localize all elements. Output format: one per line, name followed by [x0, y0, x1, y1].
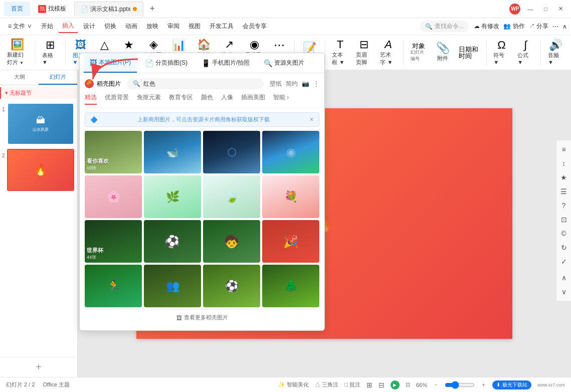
menu-start[interactable]: 开始 — [37, 20, 57, 33]
filter-illustration[interactable]: 插画美图 — [241, 93, 265, 105]
simple-label[interactable]: 简约 — [286, 80, 298, 88]
toolbar-attachment[interactable]: 📎 附件 — [432, 41, 454, 64]
toolbar-table[interactable]: ⊞ 表格 ▼ — [39, 38, 61, 67]
tab-slides[interactable]: 幻灯片 — [39, 70, 77, 85]
menu-collapse[interactable]: ∧ — [562, 23, 567, 30]
img-cell-2-2[interactable]: 🌿 — [144, 175, 201, 218]
toolbar-header-footer[interactable]: ⊟ 页眉页脚 — [353, 37, 375, 68]
tab-file[interactable]: 📄 演示文稿1.pptx — [74, 2, 143, 17]
tab-add[interactable]: + — [145, 2, 159, 16]
menu-file[interactable]: ≡ 文件 ∨ — [4, 20, 36, 33]
toolbar-object[interactable]: 对象 幻灯片编号 — [408, 41, 430, 64]
stablecao-search-input[interactable] — [143, 80, 258, 87]
toolbar-textbox[interactable]: T 文本框 ▼ — [329, 37, 351, 68]
smart-beautify-btn[interactable]: ✨ 智能美化 — [278, 381, 309, 388]
img-cell-3-1[interactable]: 世界杯 44张 — [85, 220, 142, 263]
img-thumb-run: 🏃 — [85, 265, 142, 307]
menu-cloud[interactable]: ☁ 有修改 — [474, 22, 499, 31]
img-cell-2-4[interactable]: 💐 — [262, 175, 319, 218]
command-search[interactable]: 🔍 查找命令... — [420, 21, 469, 32]
view-grid-btn[interactable]: ⊟ — [378, 381, 385, 389]
menu-insert[interactable]: 插入 — [58, 20, 78, 33]
close-button[interactable]: ✕ — [554, 5, 567, 13]
wallpaper-label[interactable]: 壁纸 — [270, 80, 282, 88]
toolbar-art-text[interactable]: A 艺术字 ▼ — [377, 37, 399, 68]
menu-collaborate[interactable]: 👥 协作 — [503, 22, 524, 31]
menu-slideshow[interactable]: 放映 — [142, 20, 162, 33]
notes-btn[interactable]: △ 三角注 — [315, 381, 338, 388]
slide-item-1[interactable]: 🏔 山水风景 — [7, 103, 74, 145]
comments-btn[interactable]: □ 批注 — [344, 381, 360, 388]
tab-local-image[interactable]: 🖼 本地图片(P) — [84, 53, 137, 73]
filter-ai[interactable]: 智能 › — [273, 93, 289, 105]
img-cell-4-1[interactable]: 🏃 — [85, 265, 142, 307]
img-cell-2-3[interactable]: 🍃 — [203, 175, 260, 218]
tab-home[interactable]: 首页 — [4, 2, 30, 16]
img-thumb-garden: 🌲 — [262, 265, 319, 307]
menu-review[interactable]: 审阅 — [163, 20, 183, 33]
filter-cutout[interactable]: 免抠元素 — [137, 93, 161, 105]
right-tool-5[interactable]: ? — [558, 200, 570, 212]
menu-transition[interactable]: 切换 — [100, 20, 120, 33]
minimize-button[interactable]: — — [523, 5, 537, 13]
view-fit-btn[interactable]: ⊡ — [406, 381, 410, 388]
toolbar-symbol[interactable]: Ω 符号 ▼ — [490, 38, 512, 67]
menu-animation[interactable]: 动画 — [121, 20, 141, 33]
menu-share[interactable]: ↗ 分享 — [529, 22, 548, 31]
menu-design[interactable]: 设计 — [79, 20, 99, 33]
menu-developer[interactable]: 开发工具 — [206, 20, 238, 33]
img-cell-4-4[interactable]: 🌲 — [262, 265, 319, 307]
tab-mobile-image[interactable]: 📱 手机图片/拍照 — [196, 53, 256, 73]
right-tool-bottom2[interactable]: ∨ — [558, 286, 570, 298]
menu-more-options[interactable]: ⋯ — [552, 23, 558, 30]
stablecao-logo-text: 稻壳图片 — [97, 80, 121, 88]
slide-item-2[interactable]: 🔥 — [7, 149, 74, 191]
toolbar-formula[interactable]: ∫ 公式 ▼ — [514, 38, 536, 67]
img-cell-3-3[interactable]: 🧒 — [203, 220, 260, 263]
zoom-in-btn[interactable]: ＋ — [481, 381, 486, 388]
toolbar-datetime[interactable]: 日期和时间 — [456, 44, 482, 61]
maximize-button[interactable]: □ — [540, 5, 551, 13]
view-more-button[interactable]: 🖼 查看更多稻壳图片 — [85, 309, 319, 325]
img-cell-4-3[interactable]: ⚽ — [203, 265, 260, 307]
more-options-icon[interactable]: ⋮ — [313, 80, 319, 87]
right-tool-8[interactable]: ↻ — [558, 242, 570, 254]
toolbar-audio[interactable]: 🔊 音频 ▼ — [545, 38, 567, 67]
add-slide-button[interactable]: + — [0, 357, 77, 377]
right-tool-bottom[interactable]: ∧ — [558, 272, 570, 284]
img-cell-1-3[interactable]: ⬡ — [203, 131, 260, 173]
tab-resource-image[interactable]: 🔍 资源夹图片 — [258, 53, 310, 73]
view-normal-btn[interactable]: ⊞ — [366, 381, 372, 389]
tab-template[interactable]: 找 找模板 — [32, 2, 72, 16]
img-cell-4-2[interactable]: 👥 — [144, 265, 201, 307]
zoom-slider[interactable] — [445, 381, 475, 389]
filter-quality-bg[interactable]: 优质背景 — [105, 93, 129, 105]
img-cell-2-1[interactable]: 🌸 — [85, 175, 142, 218]
img-cell-3-4[interactable]: 🎉 — [262, 220, 319, 263]
stablecao-search-box[interactable]: 🔍 — [127, 78, 264, 89]
menu-view[interactable]: 视图 — [184, 20, 205, 33]
img-cell-3-2[interactable]: ⚽ — [144, 220, 201, 263]
right-tool-1[interactable]: ≡ — [558, 143, 570, 155]
img-cell-1-2[interactable]: 🐋 — [144, 131, 201, 173]
filter-featured[interactable]: 精选 — [85, 93, 97, 105]
right-tool-7[interactable]: © — [558, 228, 570, 240]
tab-outline[interactable]: 大纲 — [0, 70, 39, 85]
toolbar-new-slide[interactable]: 🖼️ 新建幻灯片 ▼ — [4, 37, 31, 68]
filter-education[interactable]: 教育专区 — [169, 93, 193, 105]
tab-paged-image[interactable]: 📄 分页插图(S) — [139, 53, 194, 73]
img-cell-1-4[interactable]: ◉ — [262, 131, 319, 173]
right-tool-6[interactable]: ⊡ — [558, 214, 570, 226]
camera-icon[interactable]: 📷 — [302, 80, 309, 87]
right-tool-2[interactable]: ↕ — [558, 157, 570, 169]
view-play-btn[interactable]: ▶ — [391, 380, 400, 389]
filter-portrait[interactable]: 人像 — [221, 93, 233, 105]
filter-color[interactable]: 颜色 — [201, 93, 213, 105]
right-tool-3[interactable]: ★ — [558, 171, 570, 183]
img-cell-1-1[interactable]: 看你喜欢 19张 — [85, 131, 142, 173]
notice-close-icon[interactable]: ✕ — [309, 116, 314, 123]
right-tool-4[interactable]: ☰ — [558, 185, 570, 198]
zoom-out-btn[interactable]: － — [433, 381, 439, 388]
menu-member[interactable]: 会员专享 — [239, 20, 271, 33]
right-tool-9[interactable]: ✓ — [558, 256, 570, 268]
